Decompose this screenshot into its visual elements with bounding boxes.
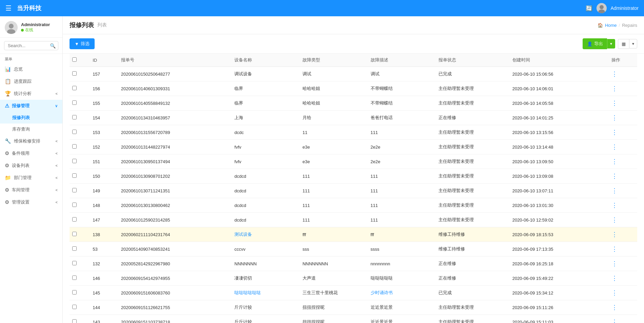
- row-action-button[interactable]: ⋮: [611, 245, 618, 253]
- refresh-icon[interactable]: 🔄: [586, 5, 592, 12]
- row-checkbox[interactable]: [72, 159, 77, 163]
- export-arrow-button[interactable]: ▾: [607, 39, 615, 49]
- row-action-button[interactable]: ⋮: [611, 158, 618, 165]
- sidebar-sub-item-inventory[interactable]: 库存查询: [0, 124, 62, 135]
- row-fault-type: 哈哈哈姐: [300, 96, 368, 111]
- row-checkbox-cell: [70, 315, 90, 323]
- row-action-button[interactable]: ⋮: [611, 231, 618, 238]
- row-checkbox[interactable]: [72, 232, 77, 236]
- row-checkbox[interactable]: [72, 319, 77, 323]
- device-link[interactable]: 哒哒哒哒哒哒: [234, 290, 261, 295]
- row-order-no: 20200610140601309331: [118, 81, 232, 96]
- table-row: 143 20200609151103738718 斤斤计较 扭扭捏捏呢 近近景近…: [70, 315, 637, 323]
- row-device: dcdcd: [232, 169, 300, 184]
- sidebar-item-admin[interactable]: ⚙ 管理设置 <: [0, 196, 62, 208]
- row-action-button[interactable]: ⋮: [611, 289, 618, 297]
- device-link[interactable]: 测试设备: [234, 232, 252, 237]
- row-device: dcdc: [232, 125, 300, 140]
- row-action: ⋮: [609, 213, 637, 227]
- row-id: 53: [90, 242, 118, 256]
- sidebar-item-repair-mgmt[interactable]: ⚠ 报修管理 ∨: [0, 100, 62, 112]
- fault-desc-link[interactable]: 少时诵诗书: [371, 290, 393, 295]
- row-checkbox[interactable]: [72, 305, 77, 309]
- row-action: ⋮: [609, 271, 637, 286]
- row-action-button[interactable]: ⋮: [611, 260, 618, 267]
- row-device: dcdcd: [232, 198, 300, 213]
- export-main-button[interactable]: 👤 导出: [583, 38, 607, 49]
- row-checkbox-cell: [70, 111, 90, 125]
- sidebar-item-dept[interactable]: 📁 部门管理 <: [0, 172, 62, 184]
- row-time: 2020-06-10 13:14:48: [510, 140, 609, 154]
- row-checkbox[interactable]: [72, 261, 77, 265]
- row-action-button[interactable]: ⋮: [611, 129, 618, 136]
- row-checkbox[interactable]: [72, 100, 77, 105]
- row-checkbox[interactable]: [72, 115, 77, 119]
- row-fault-desc: 2e2e: [368, 140, 436, 154]
- sidebar-sub-item-repair-list[interactable]: 报修列表: [0, 112, 62, 124]
- row-fault-type: 扭扭捏捏呢: [300, 315, 368, 323]
- sidebar-item-stats[interactable]: 🏆 统计分析 <: [0, 88, 62, 100]
- row-checkbox[interactable]: [72, 217, 77, 222]
- row-checkbox[interactable]: [72, 144, 77, 149]
- row-action-button[interactable]: ⋮: [611, 274, 618, 282]
- row-checkbox-cell: [70, 213, 90, 227]
- admin-icon: ⚙: [5, 199, 9, 205]
- toolbar-right: 👤 导出 ▾ ▦ ▾: [583, 38, 637, 49]
- columns-main-button[interactable]: ▦: [618, 39, 629, 49]
- sidebar-user-info: Administrator 在线: [21, 22, 50, 33]
- table-row: 138 20200602111104231764 测试设备 fff fff 维修…: [70, 227, 637, 242]
- sidebar-item-progress[interactable]: 📋 进度跟踪: [0, 75, 62, 88]
- table-row: 132 20200528142922967980 NNNNNNN NNNNNNN…: [70, 256, 637, 271]
- row-checkbox[interactable]: [72, 188, 77, 192]
- row-fault-desc: 111: [368, 213, 436, 227]
- row-action-button[interactable]: ⋮: [611, 85, 618, 92]
- row-checkbox[interactable]: [72, 276, 77, 280]
- table-row: 154 20200610134310463957 上海 月给 爸爸打电话 正在维…: [70, 111, 637, 125]
- row-action-button[interactable]: ⋮: [611, 304, 618, 311]
- columns-arrow-button[interactable]: ▾: [629, 39, 637, 49]
- sidebar-item-workshop[interactable]: ⚙ 车间管理 <: [0, 184, 62, 196]
- row-status: 主任助理暂未受理: [436, 300, 509, 315]
- row-action-button[interactable]: ⋮: [611, 187, 618, 194]
- header-fault-desc-col: 故障描述: [368, 54, 436, 67]
- row-checkbox[interactable]: [72, 71, 77, 76]
- sidebar-item-parts[interactable]: ⚙ 备件领用 <: [0, 147, 62, 159]
- row-action-button[interactable]: ⋮: [611, 318, 618, 323]
- row-checkbox[interactable]: [72, 86, 77, 90]
- sidebar-item-overview[interactable]: 📊 总览: [0, 63, 62, 75]
- row-action-button[interactable]: ⋮: [611, 202, 618, 209]
- row-action-button[interactable]: ⋮: [611, 143, 618, 151]
- hamburger-icon[interactable]: ☰: [5, 4, 12, 12]
- row-status: 已完成: [436, 67, 509, 81]
- row-checkbox-cell: [70, 140, 90, 154]
- row-action-button[interactable]: ⋮: [611, 216, 618, 224]
- row-fault-desc: 111: [368, 169, 436, 184]
- row-time: 2020-06-10 15:06:56: [510, 67, 609, 81]
- row-order-no: 20200610140558849132: [118, 96, 232, 111]
- row-fault-desc: 爸爸打电话: [368, 111, 436, 125]
- row-action-button[interactable]: ⋮: [611, 99, 618, 107]
- row-checkbox[interactable]: [72, 246, 77, 251]
- page-title-area: 报修列表 列表: [70, 21, 107, 29]
- table-row: 150 20200610130908701202 dcdcd 111 111 主…: [70, 169, 637, 184]
- columns-split-button: ▦ ▾: [618, 38, 637, 49]
- row-device: 测试设备: [232, 227, 300, 242]
- row-checkbox[interactable]: [72, 203, 77, 207]
- row-checkbox[interactable]: [72, 130, 77, 134]
- admin-label: 管理设置: [12, 199, 30, 205]
- row-checkbox[interactable]: [72, 290, 77, 294]
- select-all-checkbox[interactable]: [72, 57, 77, 62]
- row-action-button[interactable]: ⋮: [611, 114, 618, 121]
- row-time: 2020-06-10 14:06:01: [510, 81, 609, 96]
- row-action-button[interactable]: ⋮: [611, 172, 618, 180]
- row-fault-desc: 哒哒哒哒哒: [368, 271, 436, 286]
- sidebar-user-section: Administrator 在线: [0, 16, 62, 38]
- breadcrumb-home[interactable]: Home: [605, 23, 617, 28]
- row-fault-type: 大声道: [300, 271, 368, 286]
- row-action-button[interactable]: ⋮: [611, 70, 618, 78]
- sidebar-item-equipment[interactable]: ⚙ 设备列表 <: [0, 159, 62, 172]
- sidebar-item-maintenance[interactable]: 🔧 维保检修安排 <: [0, 135, 62, 147]
- filter-button[interactable]: ▼ 筛选: [70, 38, 95, 49]
- row-status: 主任助理暂未受理: [436, 154, 509, 169]
- row-checkbox[interactable]: [72, 173, 77, 178]
